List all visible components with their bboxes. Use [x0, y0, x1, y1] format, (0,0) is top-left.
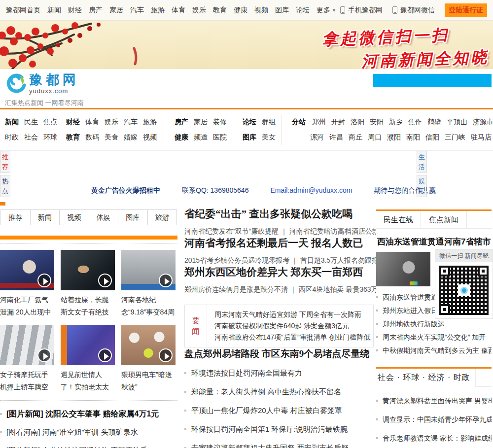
- key-news-item[interactable]: 河南破获侵权制假案件640起 涉案金额3亿元: [214, 320, 371, 332]
- nav-link[interactable]: 社会: [24, 133, 38, 142]
- nav-link[interactable]: 群组: [262, 118, 276, 127]
- nav-link[interactable]: 论坛: [243, 118, 256, 127]
- login-button[interactable]: 登陆通行证: [445, 3, 487, 17]
- city-link[interactable]: 南阳: [406, 133, 420, 142]
- city-link[interactable]: 新乡: [389, 118, 403, 127]
- video-card[interactable]: 遇见前世情人了！实拍老太太电梯: [61, 325, 115, 394]
- news-item[interactable]: 环保按日罚河南全国第1 环保厅:说明治污最铁腕: [184, 420, 374, 439]
- video-card[interactable]: 站着拉屎，长腿斯文女子有绝技: [61, 250, 115, 319]
- nav-link[interactable]: 家居: [194, 118, 208, 127]
- topbar-link[interactable]: 房产: [89, 6, 103, 15]
- video-card[interactable]: 女子骑摩托玩手机撞上轿车腾空: [0, 325, 54, 394]
- wechat-link[interactable]: 豫都网微信: [392, 6, 435, 15]
- news-item[interactable]: 周末省内坐火车实现“公交化” 加开: [376, 331, 492, 344]
- play-icon[interactable]: [37, 348, 51, 362]
- headline-2[interactable]: 河南省考报名还剩最后一天 报名人数已: [184, 237, 363, 249]
- video-thumbnail[interactable]: [61, 325, 115, 365]
- header-ad-placeholder[interactable]: [373, 74, 492, 87]
- topbar-link[interactable]: 论坛: [296, 6, 310, 15]
- city-link[interactable]: 三门峡: [445, 133, 465, 142]
- subline-3[interactable]: 郑州房价连续俩月是涨是跌分不清 ｜ 西区4块地拍卖 最贵363万元/: [184, 285, 374, 294]
- media-tab[interactable]: 图库: [118, 210, 147, 225]
- news-item[interactable]: 环境违法按日处罚河南全国最有力: [184, 364, 374, 382]
- city-link[interactable]: 濮阳: [387, 133, 401, 142]
- news-item[interactable]: 郑州地铁执行新版运: [376, 317, 492, 331]
- city-link[interactable]: 安阳: [370, 118, 384, 127]
- headline-3[interactable]: 郑州东西区地价差异大 郑东买一亩郑西: [184, 266, 363, 278]
- video-caption[interactable]: 河南各地纪念“9.18”事变84周年: [121, 294, 176, 319]
- nav-link[interactable]: 数码: [85, 133, 99, 142]
- news-photo-gas-pump[interactable]: [376, 252, 430, 286]
- more-menu[interactable]: 更多 ▼: [317, 6, 336, 15]
- news-item[interactable]: 中秋假期河南天气晴到多云为主 豫西: [376, 344, 492, 357]
- topbar-link[interactable]: 娱乐: [192, 6, 206, 15]
- nav-link[interactable]: 美女: [262, 133, 276, 142]
- photo-news-item[interactable]: [图片新闻] 沈阳公交车肇事 赔给家属4万1元: [0, 405, 177, 423]
- city-link[interactable]: 洛阳: [351, 118, 364, 127]
- city-link[interactable]: 济源市: [473, 118, 493, 127]
- video-caption[interactable]: 站着拉屎，长腿斯文女子有绝技: [61, 294, 115, 319]
- nav-link[interactable]: 民生: [24, 118, 38, 127]
- video-thumbnail[interactable]: [61, 250, 115, 290]
- key-news-item[interactable]: 河南省政府公布147项“后置”审批清单 创业门槛降低: [214, 332, 371, 343]
- tab-livelihood[interactable]: 民生在线: [376, 211, 421, 228]
- city-link[interactable]: 驻马店: [471, 133, 492, 142]
- video-card[interactable]: 猥琐男电车”暗送秋波”: [121, 325, 176, 394]
- topbar-link[interactable]: 财经: [68, 6, 82, 15]
- nav-link[interactable]: 旅游: [143, 118, 157, 127]
- topbar-link[interactable]: 汽车: [130, 6, 144, 15]
- city-link[interactable]: 许昌: [329, 133, 343, 142]
- nav-link[interactable]: 婚嫁: [124, 133, 138, 142]
- nav-link[interactable]: 房产: [175, 118, 188, 127]
- video-thumbnail[interactable]: [0, 325, 54, 365]
- news-item[interactable]: 郑能量：老人街头摔倒 高中生热心搀扶不留名: [184, 382, 374, 401]
- nav-link[interactable]: 体育: [85, 118, 99, 127]
- topbar-link[interactable]: 家居: [109, 6, 123, 15]
- nav-link[interactable]: 汽车: [124, 118, 138, 127]
- nav-link[interactable]: 新闻: [5, 118, 19, 127]
- nav-link[interactable]: 装修: [213, 118, 227, 127]
- media-tab[interactable]: 推荐: [1, 210, 30, 225]
- nav-link[interactable]: 视频: [143, 133, 157, 142]
- topbar-link[interactable]: 新闻: [47, 6, 61, 15]
- nav-link[interactable]: 财经: [66, 118, 80, 127]
- city-link[interactable]: 商丘: [349, 133, 362, 142]
- site-logo[interactable]: 豫都网 yuduxx.com: [4, 72, 79, 96]
- nav-link[interactable]: 时政: [5, 133, 19, 142]
- video-caption[interactable]: 猥琐男电车”暗送秋波”: [121, 369, 176, 394]
- video-thumbnail[interactable]: [121, 325, 176, 365]
- video-thumbnail[interactable]: [0, 250, 54, 290]
- society-header[interactable]: 社会 · 环球 · 经济 · 时政: [376, 369, 476, 387]
- nav-link[interactable]: 美食: [105, 133, 118, 142]
- topbar-link[interactable]: 旅游: [151, 6, 165, 15]
- nav-link[interactable]: 健康: [175, 133, 188, 142]
- news-item[interactable]: 平顶山一焦化厂爆炸20人中毒 村庄被白雾笼罩: [184, 401, 374, 420]
- tab-hot[interactable]: 热点: [0, 175, 10, 197]
- city-link[interactable]: 焦作: [408, 118, 422, 127]
- media-tab[interactable]: 视频: [59, 210, 89, 225]
- tab-recommend[interactable]: 推荐: [0, 151, 10, 173]
- news-item[interactable]: 黄河漂来塑料盆里面传出哭声 男婴出: [376, 391, 492, 410]
- photo-news-item[interactable]: [图看河南] 河南“准空姐”军训 头顶矿泉水: [0, 423, 177, 441]
- city-link[interactable]: 郑州: [312, 118, 326, 127]
- video-thumbnail[interactable]: [121, 250, 176, 290]
- nav-link[interactable]: 频道: [194, 133, 208, 142]
- city-link[interactable]: 平顶山: [447, 118, 467, 127]
- topbar-link[interactable]: 健康: [234, 6, 247, 15]
- topbar-link[interactable]: 豫都网首页: [6, 6, 40, 15]
- nav-link[interactable]: 焦点: [43, 118, 57, 127]
- headline-4[interactable]: 盘点郑州易堵路段 市区东南9个易堵点尽量绕: [184, 348, 369, 359]
- topbar-link[interactable]: 体育: [172, 6, 185, 15]
- city-link[interactable]: 漯河: [310, 133, 324, 142]
- play-icon[interactable]: [159, 348, 173, 362]
- play-icon[interactable]: [159, 274, 173, 287]
- news-item[interactable]: 音乐老师教语文课 家长：影响娃成绩: [376, 429, 492, 448]
- video-card[interactable]: 河南化工厂氨气泄漏 20人出现中: [0, 250, 54, 319]
- nav-link[interactable]: 教育: [66, 133, 80, 142]
- key-news-item[interactable]: 周末河南天气晴好适宜郊游 下周全省有一次降雨: [214, 309, 371, 320]
- ad-email[interactable]: Email:admin@yuduxx.com: [270, 186, 352, 195]
- tab-focus-news[interactable]: 焦点新闻: [421, 211, 467, 228]
- play-icon[interactable]: [98, 348, 112, 362]
- topbar-link[interactable]: 图库: [275, 6, 289, 15]
- subline-2[interactable]: 2015省考乡镇公务员遇冷现零报考 ｜ 首日超3.5万人报名勿跟报热门: [184, 256, 374, 265]
